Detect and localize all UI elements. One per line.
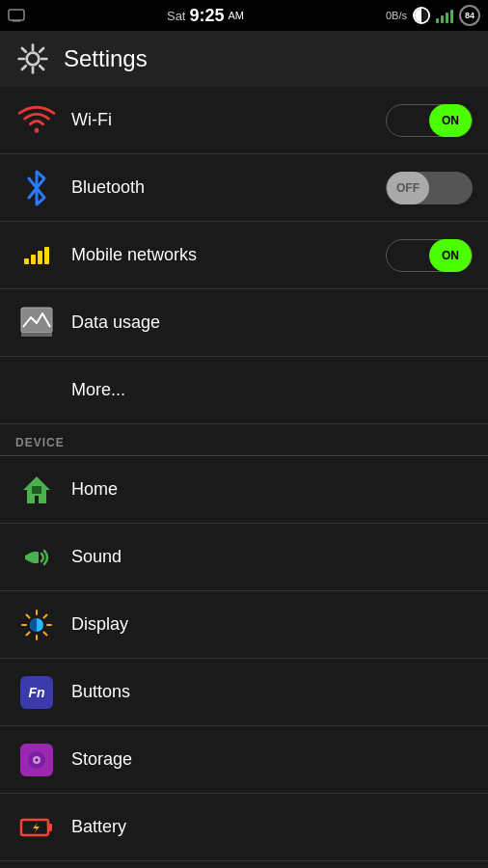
battery-percentage: 84 [459,5,480,26]
svg-line-8 [40,66,43,69]
wifi-label: Wi-Fi [71,110,386,130]
device-section-header: DEVICE [0,424,488,456]
svg-point-2 [27,53,40,66]
status-right: 0B/s 84 [386,5,480,26]
buttons-label: Buttons [71,682,473,702]
signal-bars [436,8,453,23]
wifi-toggle-knob: ON [429,104,472,137]
status-left [8,9,25,22]
status-time: 9:25 [189,6,224,26]
bluetooth-toggle[interactable]: OFF [386,172,473,204]
home-label: Home [71,479,473,500]
data-speed: 0B/s [386,10,407,21]
home-icon [15,469,58,511]
data-usage-label: Data usage [71,312,473,333]
svg-rect-0 [9,10,24,20]
svg-rect-1 [13,20,20,22]
svg-rect-13 [21,333,52,337]
mobile-networks-icon [15,234,58,277]
buttons-icon: Fn [15,671,58,714]
svg-line-27 [27,632,30,635]
svg-rect-15 [32,486,41,494]
buttons-item[interactable]: Fn Buttons [0,659,488,726]
home-item[interactable]: Home [0,456,488,524]
status-center: Sat 9:25 AM [167,6,244,26]
mobile-networks-toggle[interactable]: ON [386,239,473,272]
more-icon [15,369,58,412]
storage-item[interactable]: Storage [0,726,488,794]
sound-item[interactable]: Sound [0,524,488,591]
app-header: Settings [0,31,488,87]
svg-line-10 [22,66,26,69]
data-usage-item[interactable]: Data usage [0,289,488,357]
svg-point-11 [35,128,40,133]
svg-rect-33 [48,824,52,831]
storage-label: Storage [71,749,473,770]
bluetooth-toggle-knob: OFF [387,172,429,204]
storage-icon [15,739,58,781]
display-label: Display [71,614,473,635]
status-day: Sat [167,9,186,23]
display-item[interactable]: Display [0,591,488,659]
display-icon [15,604,58,646]
clock-icon [413,7,430,24]
settings-list: Wi-Fi ON Bluetooth OFF Mobile networks [0,87,488,861]
bluetooth-label: Bluetooth [71,177,386,198]
svg-rect-12 [21,308,52,333]
screen-icon [8,9,25,22]
svg-line-9 [40,48,43,52]
bluetooth-item[interactable]: Bluetooth OFF [0,154,488,222]
svg-rect-17 [33,552,39,563]
mobile-networks-item[interactable]: Mobile networks ON [0,222,488,289]
svg-line-26 [44,614,47,617]
svg-line-7 [22,48,26,52]
battery-label: Battery [71,817,473,837]
gear-icon [15,41,50,76]
mobile-networks-toggle-knob: ON [429,239,472,272]
bluetooth-icon [15,167,58,209]
mobile-networks-label: Mobile networks [71,245,386,265]
wifi-toggle[interactable]: ON [386,104,473,137]
svg-marker-34 [33,823,40,832]
status-bar: Sat 9:25 AM 0B/s 84 [0,0,488,31]
svg-marker-16 [25,552,33,563]
battery-item[interactable]: Battery [0,794,488,861]
svg-line-25 [44,632,47,635]
battery-icon [15,806,58,849]
svg-point-31 [36,758,39,761]
more-item[interactable]: More... [0,357,488,424]
wifi-icon [15,99,58,142]
sound-icon [15,536,58,579]
data-usage-icon [15,302,58,344]
more-label: More... [71,380,473,400]
app-title: Settings [64,45,148,72]
sound-label: Sound [71,547,473,567]
status-ampm: AM [229,10,245,21]
wifi-item[interactable]: Wi-Fi ON [0,87,488,154]
svg-line-24 [27,614,30,617]
